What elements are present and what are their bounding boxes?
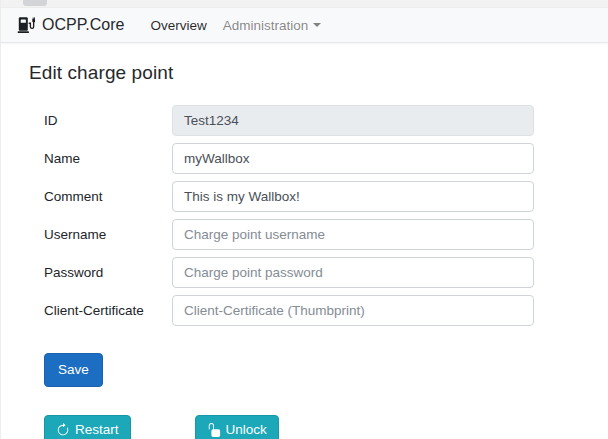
form-row-name: Name [44, 143, 580, 174]
edit-charge-point-form: ID Name Comment Username Password Client… [29, 105, 580, 326]
username-label: Username [44, 227, 172, 242]
navbar-brand[interactable]: OCPP.Core [17, 16, 124, 34]
client-certificate-field[interactable] [172, 295, 534, 326]
name-label: Name [44, 151, 172, 166]
comment-field[interactable] [172, 181, 534, 212]
form-row-id: ID [44, 105, 580, 136]
arrow-clockwise-icon [56, 423, 70, 437]
nav-item-administration-label: Administration [223, 18, 309, 33]
navbar: OCPP.Core Overview Administration [1, 8, 608, 43]
navbar-brand-label: OCPP.Core [42, 16, 124, 34]
password-field[interactable] [172, 257, 534, 288]
client-certificate-label: Client-Certificate [44, 303, 172, 318]
browser-edge-strip [1, 0, 608, 8]
charging-station-icon [17, 16, 35, 34]
form-row-password: Password [44, 257, 580, 288]
form-row-comment: Comment [44, 181, 580, 212]
main-content: Edit charge point ID Name Comment Userna… [1, 43, 608, 439]
chevron-down-icon [313, 23, 321, 27]
save-button-label: Save [58, 363, 89, 377]
unlock-button[interactable]: Unlock [195, 415, 279, 439]
restart-button-label: Restart [75, 423, 119, 437]
id-field [172, 105, 534, 136]
nav-item-overview-label: Overview [150, 18, 206, 33]
nav-item-overview[interactable]: Overview [142, 12, 214, 39]
name-field[interactable] [172, 143, 534, 174]
form-row-client-certificate: Client-Certificate [44, 295, 580, 326]
save-button[interactable]: Save [44, 353, 103, 387]
unlock-button-label: Unlock [226, 423, 267, 437]
username-field[interactable] [172, 219, 534, 250]
page-title: Edit charge point [29, 62, 580, 84]
comment-label: Comment [44, 189, 172, 204]
command-buttons: Restart Unlock [44, 415, 580, 439]
form-row-username: Username [44, 219, 580, 250]
restart-button[interactable]: Restart [44, 415, 131, 439]
unlock-icon [207, 423, 221, 437]
password-label: Password [44, 265, 172, 280]
id-label: ID [44, 113, 172, 128]
browser-edge-fragment [23, 0, 47, 6]
navbar-links: Overview Administration [142, 12, 329, 39]
nav-item-administration[interactable]: Administration [215, 12, 330, 39]
